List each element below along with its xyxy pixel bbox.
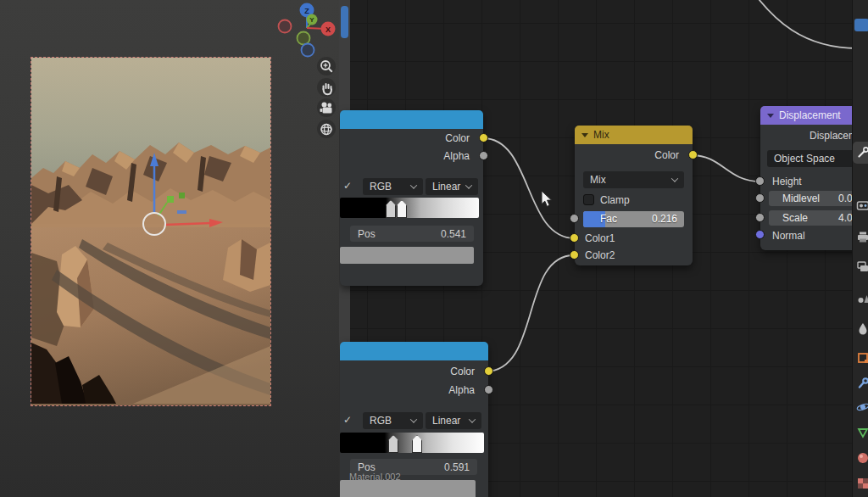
mix-node-title: Mix xyxy=(593,129,609,141)
socket-scale-input[interactable] xyxy=(755,213,765,222)
tab-object-data-icon[interactable] xyxy=(856,426,868,439)
midlevel-label: Midlevel xyxy=(776,193,820,204)
position-field[interactable]: Pos 0.541 xyxy=(350,226,474,242)
tab-render-icon[interactable] xyxy=(856,198,868,212)
hand-icon xyxy=(318,79,335,96)
axis-x-label: X xyxy=(326,25,331,34)
color-mode-value: RGB xyxy=(370,415,392,427)
tab-object-icon[interactable] xyxy=(856,351,868,365)
axis-z-label: Z xyxy=(304,7,309,15)
shader-node-editor[interactable]: Color Alpha ✓ RGB Linear Pos 0.541 xyxy=(339,0,868,497)
axis-navigation-gizmo[interactable]: Z Y X xyxy=(275,1,339,62)
output-label-color: Color xyxy=(445,131,470,145)
camera-render-preview xyxy=(31,58,270,405)
colorramp-node-header[interactable] xyxy=(340,342,488,360)
socket-color-output[interactable] xyxy=(479,133,488,142)
mix-node[interactable]: Mix Color Mix Clamp Fac 0.216 Color1 Col… xyxy=(575,126,693,265)
output-label-color: Color xyxy=(450,365,475,378)
socket-alpha-output[interactable] xyxy=(484,385,493,394)
ramp-stop-handle[interactable] xyxy=(397,200,407,218)
viewport-3d[interactable]: Z Y X xyxy=(0,0,339,497)
camera-view-button[interactable] xyxy=(317,98,336,117)
colorramp-node-header[interactable] xyxy=(340,110,483,129)
socket-normal-input[interactable] xyxy=(755,230,765,239)
axis-neg-z-ball[interactable] xyxy=(302,44,314,57)
zoom-button[interactable] xyxy=(317,57,336,75)
blend-mode-value: Mix xyxy=(590,174,606,186)
socket-color-output[interactable] xyxy=(688,150,698,159)
color-mode-dropdown[interactable]: RGB xyxy=(363,178,423,195)
clamp-label: Clamp xyxy=(600,193,630,207)
checkmark-icon: ✓ xyxy=(343,180,352,192)
socket-color-output[interactable] xyxy=(484,366,493,376)
magnifier-icon xyxy=(318,58,335,75)
ramp-stop-handle[interactable] xyxy=(386,200,396,218)
collapse-triangle-icon[interactable] xyxy=(767,114,774,118)
camera-icon xyxy=(318,99,335,116)
scale-label: Scale xyxy=(776,212,808,224)
tab-world-icon[interactable] xyxy=(856,321,868,335)
socket-color1-input[interactable] xyxy=(570,233,579,243)
chevron-down-icon xyxy=(410,181,417,188)
interpolation-value: Linear xyxy=(432,181,460,193)
interpolation-dropdown[interactable]: Linear xyxy=(426,178,478,195)
axis-neg-y-ball[interactable] xyxy=(298,32,310,45)
input-label-height: Height xyxy=(772,175,802,188)
color-mode-value: RGB xyxy=(370,181,392,193)
wire-ramp2-to-mix-color2 xyxy=(486,255,574,371)
properties-tab-strip[interactable] xyxy=(852,0,868,497)
mix-node-header[interactable]: Mix xyxy=(575,126,693,144)
input-label-normal: Normal xyxy=(772,229,805,243)
sphere-grid-icon xyxy=(318,120,335,137)
output-label-alpha: Alpha xyxy=(448,383,475,397)
tab-tool-icon[interactable] xyxy=(856,146,868,159)
tab-view-layer-icon[interactable] xyxy=(856,260,868,274)
blender-window: Z Y X xyxy=(0,0,868,497)
ramp-stop-handle[interactable] xyxy=(388,435,398,453)
tab-scene-icon[interactable] xyxy=(856,291,868,304)
tab-material-icon[interactable] xyxy=(856,451,868,465)
stop-color-swatch[interactable] xyxy=(340,247,474,264)
tab-texture-icon[interactable] xyxy=(856,477,868,490)
stop-color-swatch[interactable] xyxy=(340,480,476,497)
displacement-node-title: Displacement xyxy=(779,109,841,121)
properties-scrollbar-thumb[interactable] xyxy=(854,19,868,31)
input-label-color2: Color2 xyxy=(585,248,615,262)
socket-midlevel-input[interactable] xyxy=(755,193,765,203)
chevron-down-icon xyxy=(410,416,417,422)
material-name-overlay: Material.002 xyxy=(349,472,401,482)
collapse-triangle-icon[interactable] xyxy=(581,133,588,137)
wire-offscreen-top xyxy=(753,0,858,48)
position-label: Pos xyxy=(358,228,376,240)
output-label-color: Color xyxy=(654,148,679,162)
interpolation-dropdown[interactable]: Linear xyxy=(426,412,481,429)
chevron-down-icon xyxy=(469,416,476,422)
colorramp-node-top[interactable]: Color Alpha ✓ RGB Linear Pos 0.541 xyxy=(340,110,483,286)
render-preview-image xyxy=(31,58,270,405)
pan-button[interactable] xyxy=(317,78,336,97)
clamp-checkbox[interactable] xyxy=(583,194,594,205)
chevron-down-icon xyxy=(465,181,472,188)
socket-height-input[interactable] xyxy=(755,176,765,186)
interpolation-value: Linear xyxy=(432,415,460,427)
blend-mode-dropdown[interactable]: Mix xyxy=(583,171,684,188)
tab-output-icon[interactable] xyxy=(856,230,868,243)
tab-modifiers-icon[interactable] xyxy=(856,377,868,390)
grid-toggle-button[interactable] xyxy=(317,120,336,138)
color-ramp-gradient[interactable] xyxy=(340,198,479,218)
wire-mix-to-displacement-height xyxy=(692,155,760,181)
socket-alpha-output[interactable] xyxy=(479,151,488,160)
wire-ramp1-to-mix-color1 xyxy=(483,138,575,238)
tab-physics-icon[interactable] xyxy=(856,400,868,414)
ramp-stop-handle[interactable] xyxy=(412,435,422,453)
chevron-down-icon xyxy=(671,175,678,181)
axis-neg-x-ball[interactable] xyxy=(279,20,292,33)
color-ramp-gradient[interactable] xyxy=(340,433,484,453)
color-mode-dropdown[interactable]: RGB xyxy=(363,412,423,429)
socket-fac-input[interactable] xyxy=(570,214,579,223)
input-label-color1: Color1 xyxy=(585,232,615,245)
fac-value: 0.216 xyxy=(652,212,677,226)
socket-color2-input[interactable] xyxy=(570,250,579,260)
checkmark-icon: ✓ xyxy=(343,414,352,426)
fac-slider[interactable]: Fac 0.216 xyxy=(583,211,684,227)
